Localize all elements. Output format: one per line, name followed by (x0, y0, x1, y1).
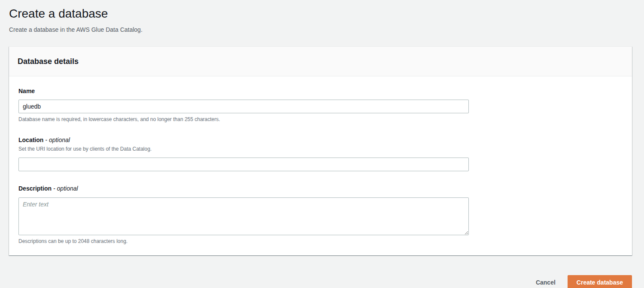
panel-header: Database details (9, 47, 632, 76)
description-label: Description- optional (18, 185, 623, 192)
create-database-button[interactable]: Create database (568, 275, 632, 288)
location-description: Set the URI location for use by clients … (18, 146, 623, 152)
location-optional-suffix: - optional (45, 136, 70, 143)
description-textarea[interactable] (18, 197, 469, 235)
database-details-panel: Database details Name Database name is r… (9, 46, 632, 255)
page-content: Create a database Create a database in t… (0, 0, 644, 255)
form-actions-bar: Cancel Create database (0, 275, 644, 288)
page-subtitle: Create a database in the AWS Glue Data C… (9, 25, 632, 34)
name-constraint-text: Database name is required, in lowercase … (18, 116, 623, 123)
description-optional-suffix: - optional (53, 185, 78, 192)
page-title: Create a database (9, 6, 632, 21)
location-label: Location- optional (18, 136, 623, 143)
cancel-button[interactable]: Cancel (532, 276, 560, 288)
name-field-group: Name Database name is required, in lower… (18, 88, 623, 123)
location-input[interactable] (18, 158, 469, 171)
description-constraint-text: Descriptions can be up to 2048 character… (18, 238, 623, 245)
panel-body: Name Database name is required, in lower… (9, 76, 632, 255)
panel-header-title: Database details (18, 56, 623, 67)
description-field-group: Description- optional Descriptions can b… (18, 185, 623, 245)
name-label: Name (18, 88, 623, 94)
name-input[interactable] (18, 100, 469, 113)
location-field-group: Location- optional Set the URI location … (18, 136, 623, 171)
